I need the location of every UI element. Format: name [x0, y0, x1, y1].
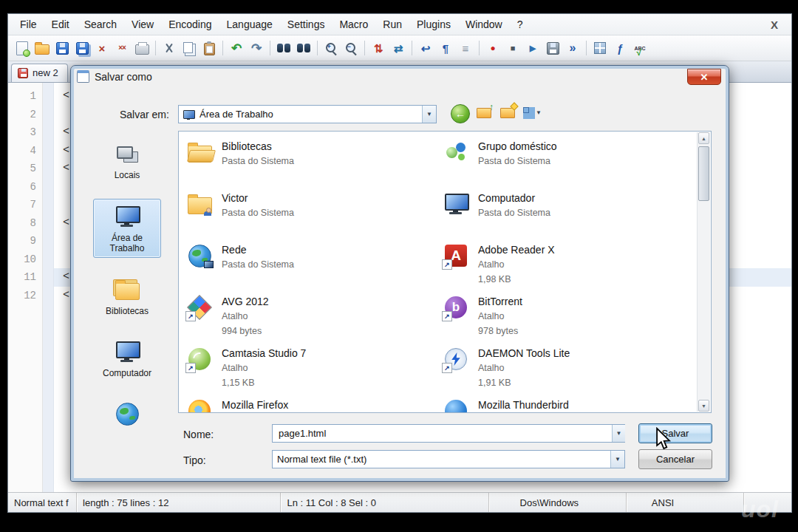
- toolbar-separator: [412, 41, 412, 55]
- doc-map-icon[interactable]: [590, 39, 610, 57]
- print-icon[interactable]: [132, 39, 151, 57]
- toolbar-separator: [317, 41, 318, 55]
- back-button[interactable]: ←: [451, 104, 470, 123]
- save-button[interactable]: Salvar: [638, 423, 712, 443]
- close-icon[interactable]: ×: [92, 39, 112, 57]
- unsaved-file-icon: [18, 68, 28, 78]
- bookmark-margin: [43, 83, 54, 492]
- list-item-daemon-tools-lite[interactable]: ↗ DAEMON Tools Lite Atalho 1,91 KB: [438, 341, 695, 393]
- cancel-button[interactable]: Cancelar: [638, 449, 712, 469]
- spell-check-icon[interactable]: ABC√: [630, 39, 649, 57]
- place-area-de-trabalho[interactable]: Área de Trabalho: [93, 199, 161, 258]
- toolbar-separator: [479, 41, 480, 55]
- list-item-adobe-reader-x[interactable]: A↗ Adobe Reader X Atalho 1,98 KB: [438, 238, 695, 290]
- dialog-title-bar[interactable]: Salvar como: [77, 70, 152, 83]
- menu-macro[interactable]: Macro: [332, 16, 375, 33]
- network-icon: [186, 242, 213, 269]
- recent-places-icon: [114, 140, 140, 167]
- copy-icon[interactable]: [180, 39, 199, 57]
- combobox-dropdown-icon[interactable]: ▼: [610, 451, 624, 468]
- stop-recording-icon[interactable]: ■: [503, 39, 522, 57]
- dialog-icon: [77, 70, 89, 83]
- toolbar-separator: [222, 41, 223, 55]
- thunderbird-icon: ↗: [443, 398, 469, 413]
- menu-edit[interactable]: Edit: [44, 16, 77, 33]
- bittorrent-icon: b↗: [443, 294, 469, 321]
- line-number: 1: [8, 87, 42, 106]
- indent-guide-icon[interactable]: ≡: [456, 39, 475, 57]
- redo-icon[interactable]: ↷: [247, 39, 266, 57]
- list-item-camtasia-studio-7[interactable]: ↗ Camtasia Studio 7 Atalho 1,15 KB: [182, 341, 438, 393]
- file-name-dropdown-icon[interactable]: ▼: [612, 425, 625, 442]
- open-file-icon[interactable]: [33, 39, 52, 57]
- new-folder-button[interactable]: [498, 104, 517, 122]
- close-all-icon[interactable]: ××: [112, 39, 132, 57]
- list-item-computador[interactable]: Computador Pasta do Sistema: [438, 186, 695, 238]
- views-dropdown-icon: ▼: [536, 109, 542, 116]
- file-grid: Bibliotecas Pasta do Sistema Victor Past…: [182, 134, 695, 412]
- scroll-down-icon[interactable]: ▼: [698, 400, 709, 412]
- menu-search[interactable]: Search: [77, 16, 124, 33]
- replace-icon[interactable]: [294, 39, 313, 57]
- line-number: 8: [8, 214, 42, 233]
- menubar-close-icon[interactable]: X: [762, 18, 787, 31]
- zoom-in-icon[interactable]: +: [321, 39, 341, 57]
- save-macro-icon[interactable]: [543, 39, 562, 57]
- menu-window[interactable]: Window: [458, 16, 510, 33]
- playback-macro-icon[interactable]: ▶: [523, 39, 542, 57]
- views-button[interactable]: ▼: [523, 107, 542, 117]
- list-item-bittorrent[interactable]: b↗ BitTorrent Atalho 978 bytes: [438, 290, 695, 341]
- menu-plugins[interactable]: Plugins: [409, 16, 458, 33]
- save-icon[interactable]: [52, 39, 72, 57]
- scrollbar-thumb[interactable]: [698, 146, 709, 201]
- menu-settings[interactable]: Settings: [280, 16, 332, 33]
- new-file-icon[interactable]: [13, 39, 32, 57]
- list-item-avg-2012[interactable]: ↗ AVG 2012 Atalho 994 bytes: [182, 290, 438, 341]
- list-item-mozilla-firefox[interactable]: ↗ Mozilla Firefox: [182, 393, 438, 413]
- menu-encoding[interactable]: Encoding: [161, 16, 219, 33]
- list-item-mozilla-thunderbird[interactable]: ↗ Mozilla Thunderbird: [438, 393, 695, 413]
- file-list-scrollbar[interactable]: ▲ ▼: [697, 132, 710, 412]
- sync-vertical-icon[interactable]: ⇅: [369, 39, 388, 57]
- paste-icon[interactable]: [200, 39, 219, 57]
- menu-help[interactable]: ?: [510, 16, 531, 33]
- scroll-up-icon[interactable]: ▲: [698, 132, 709, 144]
- start-recording-icon[interactable]: ●: [483, 39, 502, 57]
- up-one-level-button[interactable]: ↑: [474, 104, 494, 122]
- dialog-close-button[interactable]: ✕: [687, 69, 721, 85]
- find-icon[interactable]: [274, 39, 293, 57]
- line-number: 9: [8, 232, 42, 250]
- file-name-input[interactable]: [272, 424, 625, 443]
- file-type-combobox[interactable]: Normal text file (*.txt) ▼: [272, 450, 625, 468]
- word-wrap-icon[interactable]: ↩: [416, 39, 435, 57]
- show-all-characters-icon[interactable]: ¶: [436, 39, 455, 57]
- list-item-bibliotecas[interactable]: Bibliotecas Pasta do Sistema: [182, 134, 438, 186]
- adobe-reader-icon: A↗: [443, 242, 469, 269]
- menu-file[interactable]: File: [13, 16, 44, 33]
- homegroup-icon: [443, 139, 469, 166]
- place-bibliotecas[interactable]: Bibliotecas: [94, 273, 160, 320]
- save-in-combobox[interactable]: Área de Trabalho ▼: [178, 105, 437, 123]
- menu-language[interactable]: Language: [219, 16, 280, 33]
- function-list-icon[interactable]: ƒ: [610, 39, 630, 57]
- status-eol-format: Dos\Windows: [488, 493, 626, 512]
- place-locais[interactable]: Locais: [94, 137, 160, 184]
- zoom-out-icon[interactable]: −: [341, 39, 361, 57]
- place-computador[interactable]: Computador: [94, 335, 160, 382]
- tab-new-2[interactable]: new 2: [11, 64, 68, 82]
- menu-run[interactable]: Run: [375, 16, 409, 33]
- place-rede[interactable]: [94, 397, 160, 434]
- list-item-victor[interactable]: Victor Pasta do Sistema: [182, 186, 438, 238]
- list-item-rede[interactable]: Rede Pasta do Sistema: [182, 238, 438, 290]
- places-sidebar: Locais Área de Trabalho Bibliotecas Comp…: [93, 134, 161, 475]
- combobox-dropdown-icon[interactable]: ▼: [422, 106, 436, 123]
- list-item-grupo-domestico[interactable]: Grupo doméstico Pasta do Sistema: [438, 134, 695, 186]
- save-all-icon[interactable]: [72, 39, 92, 57]
- run-macro-multiple-icon[interactable]: »: [563, 39, 582, 57]
- menu-view[interactable]: View: [124, 16, 161, 33]
- undo-icon[interactable]: ↶: [227, 39, 246, 57]
- line-number: 2: [8, 106, 42, 124]
- computer-icon: [114, 338, 140, 365]
- sync-horizontal-icon[interactable]: ⇄: [389, 39, 408, 57]
- cut-icon[interactable]: [160, 39, 179, 57]
